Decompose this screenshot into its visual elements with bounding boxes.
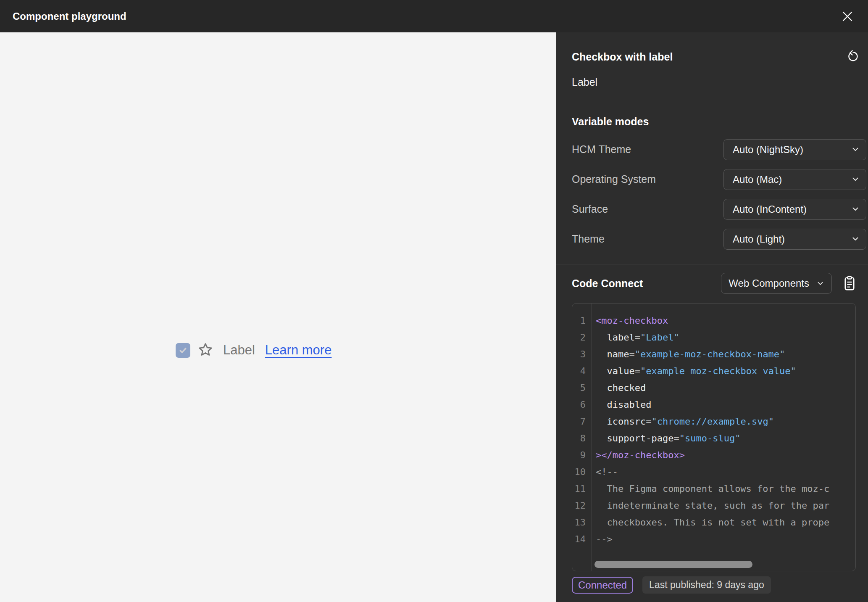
- code-line: 1<moz-checkbox: [572, 312, 855, 329]
- preview-checkbox-label: Label: [223, 343, 255, 358]
- preview-canvas: Label Learn more: [0, 32, 556, 602]
- hcm-theme-select[interactable]: Auto (NightSky): [723, 139, 866, 160]
- close-button[interactable]: [840, 9, 855, 24]
- chevron-down-icon: [852, 148, 858, 151]
- code-line: 14-->: [572, 531, 855, 547]
- mode-row-operating-system: Operating System Auto (Mac): [572, 164, 868, 194]
- titlebar: Component playground: [0, 0, 868, 32]
- code-line: 11 The Figma component allows for the mo…: [572, 480, 855, 497]
- chevron-down-icon: [852, 177, 858, 181]
- line-number: 11: [572, 483, 588, 494]
- learn-more-link[interactable]: Learn more: [265, 343, 332, 358]
- mode-row-surface: Surface Auto (InContent): [572, 194, 868, 224]
- code-line: 3 name="example-moz-checkbox-name": [572, 346, 855, 362]
- code-line: 10<!--: [572, 463, 855, 480]
- component-header: Checkbox with label Label: [556, 32, 868, 99]
- operating-system-select[interactable]: Auto (Mac): [723, 169, 866, 190]
- line-number: 14: [572, 534, 588, 544]
- mode-row-theme: Theme Auto (Light): [572, 224, 868, 254]
- line-number: 5: [572, 383, 588, 393]
- code-line: 6 disabled: [572, 396, 855, 413]
- line-number: 13: [572, 517, 588, 528]
- code-connect-title: Code Connect: [572, 277, 643, 290]
- mode-row-hcm-theme: HCM Theme Auto (NightSky): [572, 135, 868, 164]
- framework-select[interactable]: Web Components: [721, 273, 832, 294]
- checkmark-icon: [178, 345, 188, 356]
- variable-modes-title: Variable modes: [572, 116, 868, 128]
- line-number: 4: [572, 366, 588, 376]
- line-number: 6: [572, 399, 588, 410]
- select-value: Auto (InContent): [733, 203, 807, 215]
- chevron-down-icon: [852, 207, 858, 211]
- line-number: 10: [572, 467, 588, 477]
- last-published-chip: Last published: 9 days ago: [642, 576, 771, 594]
- select-value: Auto (NightSky): [733, 144, 803, 156]
- code-snippet: 1<moz-checkbox2 label="Label"3 name="exa…: [572, 303, 856, 571]
- code-line: 5 checked: [572, 379, 855, 396]
- code-line: 8 support-page="sumo-slug": [572, 430, 855, 446]
- line-number: 7: [572, 416, 588, 427]
- horizontal-scrollbar-thumb[interactable]: [594, 561, 752, 568]
- code-line: 4 value="example moz-checkbox value": [572, 362, 855, 379]
- status-badge: Connected: [572, 577, 633, 594]
- code-line: 7 iconsrc="chrome://example.svg": [572, 413, 855, 430]
- code-line: 9></moz-checkbox>: [572, 446, 855, 463]
- code-lines: 1<moz-checkbox2 label="Label"3 name="exa…: [572, 312, 855, 547]
- component-name: Checkbox with label: [572, 51, 673, 63]
- clipboard-icon: [844, 276, 855, 291]
- checkbox-component-preview: Label Learn more: [176, 342, 331, 359]
- select-value: Auto (Light): [733, 233, 785, 245]
- line-number: 1: [572, 315, 588, 326]
- line-number: 8: [572, 433, 588, 444]
- line-number: 12: [572, 500, 588, 511]
- select-value: Auto (Mac): [733, 174, 782, 185]
- variable-modes-section: Variable modes HCM Theme Auto (NightSky)…: [556, 99, 868, 264]
- copy-code-button[interactable]: [844, 276, 855, 291]
- mode-label: Operating System: [572, 173, 656, 185]
- reset-button[interactable]: [845, 49, 860, 64]
- reset-icon: [846, 50, 860, 63]
- surface-select[interactable]: Auto (InContent): [723, 199, 866, 220]
- line-number: 2: [572, 332, 588, 343]
- star-icon: [197, 342, 214, 359]
- code-connect-section: Code Connect Web Components: [556, 264, 868, 602]
- mode-label: HCM Theme: [572, 143, 631, 156]
- code-line: 12 indeterminate state, such as for the …: [572, 497, 855, 514]
- chevron-down-icon: [852, 237, 858, 241]
- gutter-divider: [592, 304, 592, 571]
- close-icon: [842, 11, 853, 22]
- component-variant-label: Label: [572, 76, 859, 88]
- code-line: 13 checkboxes. This is not set with a pr…: [572, 514, 855, 531]
- code-line: 2 label="Label": [572, 329, 855, 346]
- preview-checkbox[interactable]: [176, 343, 190, 358]
- mode-label: Theme: [572, 233, 605, 245]
- mode-label: Surface: [572, 203, 608, 215]
- framework-value: Web Components: [729, 277, 809, 289]
- line-number: 9: [572, 450, 588, 460]
- window-title: Component playground: [13, 11, 126, 22]
- chevron-down-icon: [818, 282, 823, 285]
- line-number: 3: [572, 349, 588, 359]
- theme-select[interactable]: Auto (Light): [723, 229, 866, 250]
- inspector-panel: Checkbox with label Label Variable modes…: [556, 32, 868, 602]
